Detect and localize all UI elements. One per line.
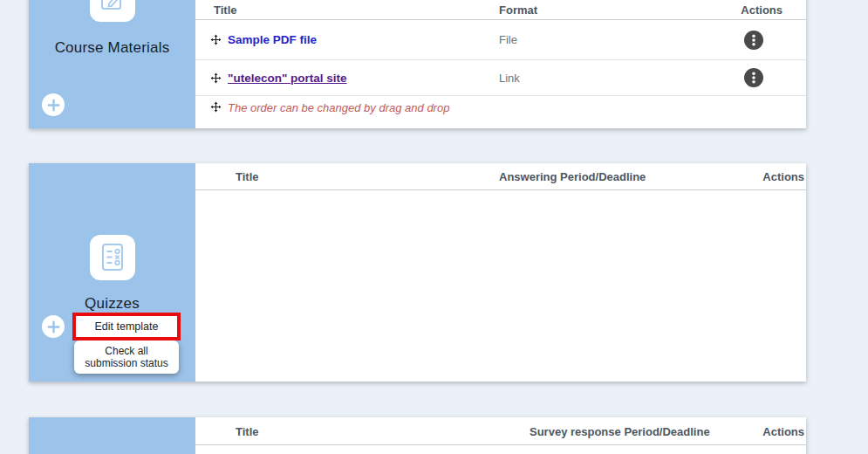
column-header-actions: Actions <box>762 424 804 437</box>
column-header-actions: Actions <box>762 170 804 183</box>
format-cell: Link <box>499 72 520 85</box>
edit-icon <box>90 0 135 22</box>
move-icon[interactable] <box>210 101 222 113</box>
surveys-table: Title Survey response Period/Deadline Ac… <box>195 417 806 454</box>
column-header-period: Answering Period/Deadline <box>499 170 646 183</box>
material-link[interactable]: Sample PDF file <box>228 33 317 46</box>
column-header-period: Survey response Period/Deadline <box>530 424 710 437</box>
edit-template-menu-item[interactable]: Edit template <box>76 316 177 337</box>
plus-icon <box>47 99 60 112</box>
row-actions-button[interactable] <box>744 68 763 87</box>
kebab-icon <box>744 31 763 50</box>
column-header-title: Title <box>236 424 259 437</box>
menu-item-label-line2: submission status <box>85 357 167 369</box>
check-submission-status-menu-item[interactable]: Check all submission status <box>74 340 179 374</box>
drag-drop-note-row: The order can be changed by drag and dro… <box>195 96 806 128</box>
add-material-button[interactable] <box>42 93 65 116</box>
column-header-title: Title <box>236 170 259 183</box>
table-header-row: Title Survey response Period/Deadline Ac… <box>195 417 806 445</box>
drag-drop-note: The order can be changed by drag and dro… <box>228 101 449 114</box>
material-link[interactable]: "utelecon" portal site <box>228 72 347 85</box>
format-cell: File <box>499 33 517 46</box>
quizzes-sidebar: Quizzes Edit template Check all submissi… <box>29 163 195 382</box>
column-header-format: Format <box>499 3 537 17</box>
move-icon[interactable] <box>210 34 222 45</box>
course-materials-table: Title Format Actions Sample PDF file Fil… <box>195 0 806 128</box>
table-header-row: Title Answering Period/Deadline Actions <box>195 163 806 190</box>
surveys-sidebar <box>29 417 195 454</box>
quizzes-section: Quizzes Edit template Check all submissi… <box>29 163 806 382</box>
column-header-actions: Actions <box>741 3 783 17</box>
course-materials-sidebar: Course Materials <box>29 0 195 128</box>
quiz-icon <box>90 235 135 280</box>
menu-item-label-line1: Check all <box>105 345 147 357</box>
table-header-row: Title Format Actions <box>195 0 806 20</box>
section-title-quizzes: Quizzes <box>29 295 195 313</box>
edit-template-highlight: Edit template <box>72 313 181 340</box>
course-materials-section: Course Materials Title Format Actions Sa… <box>29 0 806 128</box>
row-actions-button[interactable] <box>744 31 763 50</box>
surveys-section: Title Survey response Period/Deadline Ac… <box>29 417 806 454</box>
add-quiz-button[interactable] <box>42 315 65 338</box>
move-icon[interactable] <box>210 72 222 84</box>
quizzes-table: Title Answering Period/Deadline Actions <box>195 163 806 382</box>
kebab-icon <box>744 68 763 87</box>
table-row: Sample PDF file File <box>195 20 806 60</box>
section-title-course-materials: Course Materials <box>29 39 195 57</box>
plus-icon <box>47 320 60 334</box>
table-row: "utelecon" portal site Link <box>195 60 806 96</box>
column-header-title: Title <box>214 3 237 17</box>
